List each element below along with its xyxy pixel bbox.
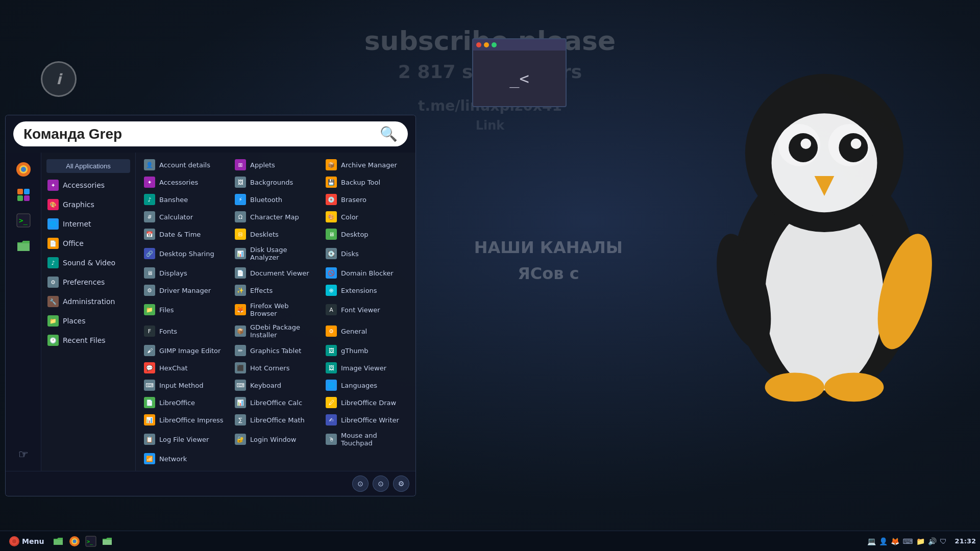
app-keyboard[interactable]: ⌨ Keyboard (231, 377, 321, 393)
app-document-viewer[interactable]: 📄 Document Viewer (231, 265, 321, 281)
app-firefox[interactable]: 🦊 Firefox Web Browser (231, 299, 321, 320)
app-login-window-icon: 🔐 (235, 434, 246, 445)
svg-point-8 (800, 138, 811, 149)
systray-monitor[interactable]: 💻 (867, 537, 876, 545)
app-log-viewer[interactable]: 📋 Log File Viewer (140, 429, 230, 449)
app-disk-usage[interactable]: 📊 Disk Usage Analyzer (231, 243, 321, 264)
category-accessories[interactable]: ✦ Accessories (41, 176, 135, 195)
app-account-details[interactable]: 👤 Account details (140, 157, 230, 173)
app-gthumb[interactable]: 🖼 gThumb (322, 342, 411, 359)
sidebar-icon-pointer[interactable]: ☞ (12, 442, 35, 466)
bottom-btn-2[interactable]: ⊙ (373, 475, 389, 492)
app-gdebi[interactable]: 📦 GDebi Package Installer (231, 321, 321, 341)
taskbar-app-files[interactable] (51, 534, 65, 548)
systray-user[interactable]: 👤 (879, 537, 888, 545)
app-desktop-sharing[interactable]: 🔗 Desktop Sharing (140, 243, 230, 264)
app-desktop-sharing-icon: 🔗 (144, 248, 155, 259)
systray-folder[interactable]: 📁 (916, 537, 925, 545)
app-archive-manager[interactable]: 📦 Archive Manager (322, 157, 411, 173)
all-apps-button[interactable]: All Applications (46, 159, 130, 173)
search-container: 🔍 (13, 121, 408, 146)
app-files[interactable]: 📁 Files (140, 299, 230, 320)
svg-point-17 (21, 167, 26, 172)
app-domain-blocker[interactable]: 🚫 Domain Blocker (322, 265, 411, 281)
app-banshee[interactable]: ♪ Banshee (140, 191, 230, 208)
menu-categories: All Applications ✦ Accessories 🎨 Graphic… (41, 153, 136, 471)
category-administration[interactable]: 🔧 Administration (41, 292, 135, 311)
app-libreoffice[interactable]: 📄 LibreOffice (140, 394, 230, 411)
app-driver-manager[interactable]: ⚙ Driver Manager (140, 282, 230, 298)
app-backup-tool[interactable]: 💾 Backup Tool (322, 174, 411, 190)
app-fonts[interactable]: F Fonts (140, 321, 230, 341)
sidebar-icon-terminal[interactable]: >_ (12, 209, 35, 232)
app-brasero[interactable]: 💿 Brasero (322, 191, 411, 208)
category-office[interactable]: 📄 Office (41, 234, 135, 253)
app-bluetooth[interactable]: ⚡ Bluetooth (231, 191, 321, 208)
systray-keyboard[interactable]: ⌨ (902, 537, 913, 545)
app-gdebi-icon: 📦 (235, 325, 246, 337)
app-mouse-touchpad[interactable]: 🖱 Mouse and Touchpad (322, 429, 411, 449)
category-preferences-label: Preferences (63, 278, 105, 286)
app-font-viewer[interactable]: A Font Viewer (322, 299, 411, 320)
taskbar-menu-button[interactable]: Menu (4, 534, 49, 548)
app-input-method-icon: ⌨ (144, 380, 155, 391)
app-general[interactable]: ⚙ General (322, 321, 411, 341)
app-domain-blocker-icon: 🚫 (326, 267, 337, 279)
app-libreoffice-math[interactable]: ∑ LibreOffice Math (231, 412, 321, 428)
category-internet[interactable]: 🌐 Internet (41, 214, 135, 234)
app-network[interactable]: 📶 Network (140, 450, 230, 467)
taskbar-app-folder[interactable] (100, 534, 114, 548)
bottom-btn-settings[interactable]: ⚙ (393, 475, 409, 492)
app-calculator[interactable]: # Calculator (140, 209, 230, 225)
app-desktop[interactable]: 🖥 Desktop (322, 226, 411, 242)
app-hot-corners[interactable]: ⬛ Hot Corners (231, 360, 321, 376)
app-graphics-tablet[interactable]: ✏ Graphics Tablet (231, 342, 321, 359)
app-font-viewer-icon: A (326, 304, 337, 315)
systray-shield[interactable]: 🛡 (940, 537, 947, 545)
app-graphics-tablet-icon: ✏ (235, 345, 246, 356)
category-recent[interactable]: 🕐 Recent Files (41, 331, 135, 350)
systray-volume[interactable]: 🔊 (928, 537, 937, 545)
sidebar-icon-firefox[interactable] (12, 158, 35, 181)
app-date-time[interactable]: 📅 Date & Time (140, 226, 230, 242)
app-libreoffice-impress[interactable]: 📊 LibreOffice Impress (140, 412, 230, 428)
bottom-btn-1[interactable]: ⊙ (352, 475, 369, 492)
app-login-window[interactable]: 🔐 Login Window (231, 429, 321, 449)
category-graphics[interactable]: 🎨 Graphics (41, 195, 135, 214)
terminal-window[interactable]: _< (472, 38, 567, 107)
app-color[interactable]: 🎨 Color (322, 209, 411, 225)
sidebar-icon-files[interactable] (12, 234, 35, 258)
search-input[interactable] (23, 126, 375, 142)
taskbar-app-firefox[interactable] (67, 534, 82, 548)
category-preferences[interactable]: ⚙ Preferences (41, 272, 135, 292)
app-gimp[interactable]: 🖌 GIMP Image Editor (140, 342, 230, 359)
category-places[interactable]: 📁 Places (41, 311, 135, 331)
systray-firefox[interactable]: 🦊 (891, 537, 899, 545)
sidebar-icon-apps[interactable] (12, 183, 35, 207)
app-desklets[interactable]: ⊟ Desklets (231, 226, 321, 242)
app-languages[interactable]: 🌐 Languages (322, 377, 411, 393)
app-character-map[interactable]: Ω Character Map (231, 209, 321, 225)
app-input-method[interactable]: ⌨ Input Method (140, 377, 230, 393)
app-displays[interactable]: 🖥 Displays (140, 265, 230, 281)
app-accessories[interactable]: ✦ Accessories (140, 174, 230, 190)
app-applets[interactable]: ⊞ Applets (231, 157, 321, 173)
category-sound[interactable]: ♪ Sound & Video (41, 253, 135, 272)
app-effects[interactable]: ✨ Effects (231, 282, 321, 298)
app-languages-icon: 🌐 (326, 380, 337, 391)
app-hexchat[interactable]: 💬 HexChat (140, 360, 230, 376)
category-places-label: Places (63, 317, 86, 325)
search-icon[interactable]: 🔍 (380, 126, 398, 142)
svg-text:>_: >_ (87, 539, 93, 545)
app-disks[interactable]: 💽 Disks (322, 243, 411, 264)
app-libreoffice-draw[interactable]: 🖊 LibreOffice Draw (322, 394, 411, 411)
taskbar-app-terminal[interactable]: >_ (84, 534, 98, 548)
app-backgrounds[interactable]: 🖼 Backgrounds (231, 174, 321, 190)
app-libreoffice-calc[interactable]: 📊 LibreOffice Calc (231, 394, 321, 411)
app-libreoffice-writer[interactable]: ✍ LibreOffice Writer (322, 412, 411, 428)
app-extensions[interactable]: ⊕ Extensions (322, 282, 411, 298)
app-image-viewer[interactable]: 🖼 Image Viewer (322, 360, 411, 376)
terminal-close-btn[interactable] (476, 42, 481, 47)
terminal-minimize-btn[interactable] (484, 42, 489, 47)
terminal-maximize-btn[interactable] (492, 42, 497, 47)
